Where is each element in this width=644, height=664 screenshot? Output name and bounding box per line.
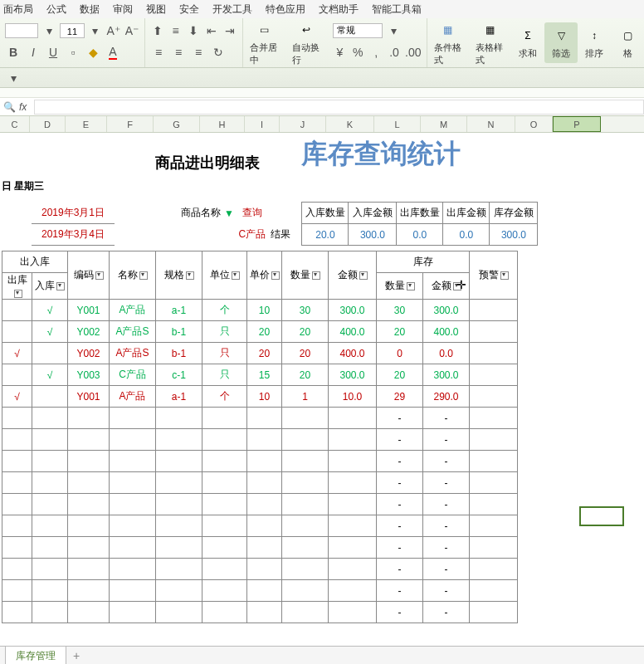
table-cell[interactable]: 10	[247, 386, 282, 408]
sort-button[interactable]: ↕ 排序	[578, 22, 611, 63]
table-cell[interactable]: -	[377, 472, 423, 494]
table-cell[interactable]	[110, 602, 156, 623]
table-cell[interactable]: √	[32, 364, 68, 386]
table-cell[interactable]: -	[423, 472, 470, 494]
filter-icon[interactable]	[95, 271, 104, 280]
table-cell[interactable]	[282, 472, 329, 494]
menu-item[interactable]: 视图	[146, 2, 166, 17]
table-cell[interactable]	[470, 321, 518, 343]
table-cell[interactable]: 0.0	[423, 343, 470, 364]
table-cell[interactable]: Y003	[68, 364, 110, 386]
table-cell[interactable]: 15	[247, 364, 282, 386]
table-cell[interactable]	[2, 515, 32, 537]
table-cell[interactable]	[156, 515, 202, 537]
table-cell[interactable]: √	[2, 386, 32, 408]
table-cell[interactable]	[329, 580, 377, 602]
menu-item[interactable]: 安全	[179, 2, 199, 17]
table-cell[interactable]	[32, 602, 68, 623]
column-header[interactable]: J	[280, 116, 326, 132]
table-cell[interactable]: -	[377, 602, 423, 623]
table-cell[interactable]: -	[423, 537, 470, 559]
table-cell[interactable]	[110, 429, 156, 451]
table-cell[interactable]: 20	[377, 364, 423, 386]
table-cell[interactable]: -	[377, 537, 423, 559]
column-header[interactable]: F	[107, 116, 154, 132]
fill-color-icon[interactable]: ◆	[85, 44, 101, 61]
table-cell[interactable]: -	[423, 580, 470, 602]
table-cell[interactable]: c-1	[156, 364, 202, 386]
align-center-icon[interactable]: ≡	[170, 44, 187, 61]
align-left-icon[interactable]: ≡	[150, 44, 167, 61]
table-cell[interactable]	[282, 429, 329, 451]
table-cell[interactable]: 300.0	[329, 364, 377, 386]
table-cell[interactable]	[2, 472, 32, 494]
filter-icon[interactable]	[232, 271, 240, 280]
table-cell[interactable]	[156, 494, 202, 515]
font-name-selector[interactable]	[5, 23, 38, 38]
table-cell[interactable]	[282, 408, 329, 429]
table-cell[interactable]: 300.0	[423, 300, 470, 321]
filter-icon[interactable]	[139, 271, 148, 280]
table-cell[interactable]	[68, 537, 110, 559]
table-cell[interactable]: 400.0	[423, 321, 470, 343]
table-cell[interactable]	[329, 537, 377, 559]
table-cell[interactable]	[68, 472, 110, 494]
table-cell[interactable]	[247, 602, 282, 623]
chevron-down-icon[interactable]: ▾	[386, 22, 402, 39]
table-cell[interactable]	[68, 494, 110, 515]
table-cell[interactable]: A产品S	[110, 343, 156, 364]
selected-cell[interactable]	[579, 506, 624, 526]
table-cell[interactable]: -	[377, 429, 423, 451]
chevron-down-icon[interactable]: ▾	[41, 22, 56, 39]
menu-item[interactable]: 特色应用	[266, 2, 305, 17]
hdr-out[interactable]: 出库	[2, 273, 32, 300]
table-cell[interactable]: A产品S	[110, 321, 156, 343]
table-cell[interactable]	[470, 451, 518, 472]
table-cell[interactable]	[110, 472, 156, 494]
table-cell[interactable]: -	[423, 408, 470, 429]
table-row[interactable]: √Y001A产品a-1个10110.029290.0	[2, 386, 518, 408]
table-row[interactable]: --	[2, 429, 518, 451]
table-cell[interactable]: Y002	[68, 321, 110, 343]
column-header[interactable]: E	[66, 116, 107, 132]
table-cell[interactable]	[110, 559, 156, 580]
table-cell[interactable]	[202, 515, 247, 537]
table-cell[interactable]	[68, 559, 110, 580]
table-cell[interactable]: Y002	[68, 343, 110, 364]
table-row[interactable]: --	[2, 559, 518, 580]
table-cell[interactable]: 个	[202, 300, 247, 321]
table-cell[interactable]	[470, 364, 518, 386]
column-header[interactable]: C	[0, 116, 30, 132]
indent-increase-icon[interactable]: ⇥	[222, 22, 237, 39]
hdr-amt[interactable]: 金额	[329, 251, 377, 300]
filter-icon[interactable]	[453, 282, 461, 290]
table-cell[interactable]: 30	[377, 300, 423, 321]
table-cell[interactable]: -	[423, 494, 470, 515]
table-cell[interactable]	[247, 408, 282, 429]
table-row[interactable]: --	[2, 602, 518, 623]
filter-icon[interactable]	[186, 271, 194, 280]
table-cell[interactable]	[282, 559, 329, 580]
filter-icon[interactable]	[271, 271, 280, 280]
date-from[interactable]: 2019年3月1日	[32, 203, 115, 224]
table-row[interactable]: --	[2, 472, 518, 494]
table-cell[interactable]	[470, 408, 518, 429]
table-cell[interactable]: 20	[377, 321, 423, 343]
table-cell[interactable]	[68, 451, 110, 472]
filter-icon[interactable]	[407, 282, 415, 290]
number-format-selector[interactable]: 常规	[333, 23, 383, 38]
table-cell[interactable]	[110, 494, 156, 515]
triangle-icon[interactable]: ▼	[222, 203, 236, 224]
table-row[interactable]: √Y002A产品Sb-1只2020400.000.0	[2, 343, 518, 364]
currency-icon[interactable]: ¥	[333, 44, 348, 61]
table-cell[interactable]	[202, 451, 247, 472]
table-cell[interactable]	[68, 429, 110, 451]
table-cell[interactable]	[470, 580, 518, 602]
table-cell[interactable]	[470, 429, 518, 451]
table-cell[interactable]	[470, 537, 518, 559]
table-cell[interactable]	[202, 408, 247, 429]
table-cell[interactable]: √	[32, 300, 68, 321]
table-cell[interactable]	[68, 580, 110, 602]
table-cell[interactable]: 400.0	[329, 343, 377, 364]
date-to[interactable]: 2019年3月4日	[32, 224, 115, 246]
